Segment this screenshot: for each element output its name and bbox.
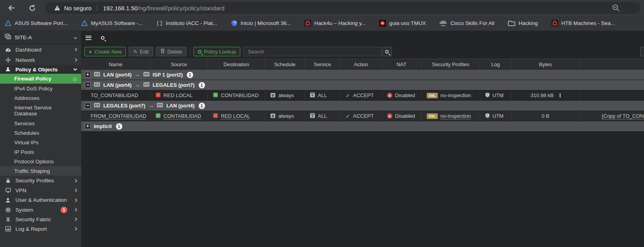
chevron-right-icon xyxy=(75,188,77,192)
asus-icon xyxy=(81,20,88,27)
interface-icon xyxy=(143,82,150,88)
implicit-group-row[interactable]: + Implicit 1 xyxy=(81,121,644,132)
sidebar-item-network[interactable]: Network xyxy=(0,55,81,65)
collapse-icon[interactable]: − xyxy=(85,103,91,109)
interface-icon xyxy=(143,72,150,78)
column-header-source[interactable]: Source xyxy=(150,59,208,70)
bookmarks-bar: ASUS Software Port... MyASUS Software -.… xyxy=(0,16,644,31)
zoom-out-icon[interactable] xyxy=(612,4,620,14)
policy-group-row[interactable]: + LAN (port4) → ISP 1 (port2) 1 xyxy=(81,70,644,80)
column-header-extra xyxy=(580,59,644,70)
bookmark-instituto-iacc[interactable]: Instituto IACC - Plat... xyxy=(156,20,217,27)
disabled-x-icon: x xyxy=(387,93,392,98)
sidebar-item-traffic-shaping[interactable]: Traffic Shaping xyxy=(0,166,81,176)
schedule-icon xyxy=(270,92,275,99)
sidebar-item-ipv4-dos-policy[interactable]: IPv4 DoS Policy xyxy=(0,84,81,93)
back-button[interactable] xyxy=(6,3,17,13)
star-icon[interactable]: ☆ xyxy=(72,76,77,82)
bookmark-hacking-folder[interactable]: Hacking xyxy=(508,20,538,27)
omnibox-separator xyxy=(97,5,97,11)
brackets-icon xyxy=(156,20,163,27)
collapse-icon[interactable]: − xyxy=(85,82,91,88)
policy-row[interactable]: TO_CONTABILIDAD RED LOCAL CONTABILIDAD a… xyxy=(81,90,644,101)
site-selector[interactable]: SITE-A xyxy=(0,31,81,44)
content-topbar xyxy=(81,31,644,44)
address-bar[interactable]: No seguro 192.168.1.50/ng/firewall/polic… xyxy=(45,2,641,14)
gear-icon xyxy=(5,207,11,213)
sidebar-item-schedules[interactable]: Schedules xyxy=(0,128,81,138)
sidebar-item-ip-pools[interactable]: IP Pools xyxy=(0,147,81,157)
schedule-icon xyxy=(270,113,275,119)
column-header-security-profiles[interactable]: Security Profiles xyxy=(422,59,480,70)
sidebar-item-dashboard[interactable]: Dashboard xyxy=(0,44,81,55)
clipped-toolbar-button[interactable] xyxy=(640,47,644,56)
sidebar-item-system[interactable]: System 1 xyxy=(0,205,81,214)
address-object-icon xyxy=(213,92,218,99)
arrow-icon: → xyxy=(135,72,140,78)
chevron-right-icon xyxy=(75,58,77,62)
monitor-icon xyxy=(5,188,11,193)
policy-lookup-button[interactable]: Policy Lookup xyxy=(194,47,240,56)
sidebar-item-internet-service-database[interactable]: Internet Service Database xyxy=(0,103,81,119)
column-header-destination[interactable]: Destination xyxy=(208,59,265,70)
interface-icon xyxy=(94,82,100,88)
column-header-bytes[interactable]: Bytes xyxy=(511,59,580,70)
trash-icon xyxy=(160,48,165,55)
delete-button[interactable]: Delete xyxy=(156,47,187,56)
bookmark-htb-machines[interactable]: HTB Machines - Sea... xyxy=(551,20,615,27)
expand-icon[interactable]: + xyxy=(85,72,91,78)
bookmark-microsoft-365[interactable]: Inicio | Microsoft 36... xyxy=(231,20,291,27)
sidebar-item-virtual-ips[interactable]: Virtual IPs xyxy=(0,138,81,147)
url-text[interactable]: 192.168.1.50/ng/firewall/policy/policy/s… xyxy=(103,5,224,11)
create-new-button[interactable]: + Create New xyxy=(84,47,126,56)
search-input[interactable] xyxy=(243,47,381,56)
column-header-name[interactable]: Name xyxy=(81,59,150,70)
sidebar-item-firewall-policy[interactable]: Firewall Policy ☆ xyxy=(0,74,81,84)
policy-group-row[interactable]: − LAN (port4) → LEGALES (port7) 1 xyxy=(81,80,644,90)
bookmark-guia-tmux[interactable]: N guia uso TMUX xyxy=(379,20,426,27)
column-header-log[interactable]: Log xyxy=(480,59,511,70)
expand-icon[interactable]: + xyxy=(85,123,91,129)
column-header-schedule[interactable]: Schedule xyxy=(265,59,305,70)
accept-check-icon: ✓ xyxy=(346,92,350,99)
bookmark-cisco-skills[interactable]: cisco Cisco Skills For All xyxy=(439,20,494,27)
site-icon xyxy=(5,34,11,41)
sidebar-item-protocol-options[interactable]: Protocol Options xyxy=(0,157,81,166)
pencil-icon: ✎ xyxy=(133,49,137,55)
sidebar-item-user-authentication[interactable]: User & Authentication xyxy=(0,195,81,205)
policy-count-badge: 1 xyxy=(199,82,205,88)
ssl-badge: SSL xyxy=(427,93,438,98)
sidebar-item-addresses[interactable]: Addresses xyxy=(0,93,81,103)
arrow-icon: → xyxy=(148,103,154,109)
edit-button[interactable]: ✎ Edit xyxy=(129,47,153,56)
fabric-icon xyxy=(5,216,11,222)
fortigate-app: SITE-A Dashboard Network Policy & Object… xyxy=(0,31,644,247)
policy-row[interactable]: FROM_CONTABILIDAD CONTABILIDAD RED LOCAL… xyxy=(81,111,644,121)
folder-icon xyxy=(508,20,515,27)
column-header-service[interactable]: Service xyxy=(305,59,340,70)
policy-count-badge: 1 xyxy=(187,72,193,78)
chevron-down-icon xyxy=(74,34,77,40)
search-submit-button[interactable] xyxy=(382,47,392,56)
chevron-right-icon xyxy=(75,48,77,52)
bookmark-myasus-software[interactable]: MyASUS Software -... xyxy=(81,20,143,27)
not-secure-warning-icon[interactable] xyxy=(54,5,61,11)
bookmark-hack4u[interactable]: Hack4u – Hacking y... xyxy=(304,20,366,27)
search-icon[interactable] xyxy=(101,36,104,40)
bytes-bar xyxy=(560,93,560,98)
sidebar-item-vpn[interactable]: VPN xyxy=(0,186,81,195)
sidebar-item-services[interactable]: Services xyxy=(0,119,81,128)
security-label[interactable]: No seguro xyxy=(64,5,91,11)
plus-icon: + xyxy=(89,48,92,55)
menu-icon[interactable] xyxy=(85,36,91,40)
address-object-icon xyxy=(156,92,161,99)
sidebar-item-log-report[interactable]: Log & Report xyxy=(0,224,81,234)
sidebar-item-policy-objects[interactable]: Policy & Objects xyxy=(0,65,81,74)
refresh-button[interactable] xyxy=(27,3,37,13)
sidebar-item-security-fabric[interactable]: Security Fabric xyxy=(0,214,81,224)
policy-group-row[interactable]: − LEGALES (port7) → LAN (port4) 1 xyxy=(81,101,644,111)
column-header-nat[interactable]: NAT xyxy=(382,59,422,70)
column-header-action[interactable]: Action xyxy=(340,59,382,70)
bookmark-asus-software-portal[interactable]: ASUS Software Port... xyxy=(5,20,68,27)
sidebar-item-security-profiles[interactable]: Security Profiles xyxy=(0,176,81,186)
